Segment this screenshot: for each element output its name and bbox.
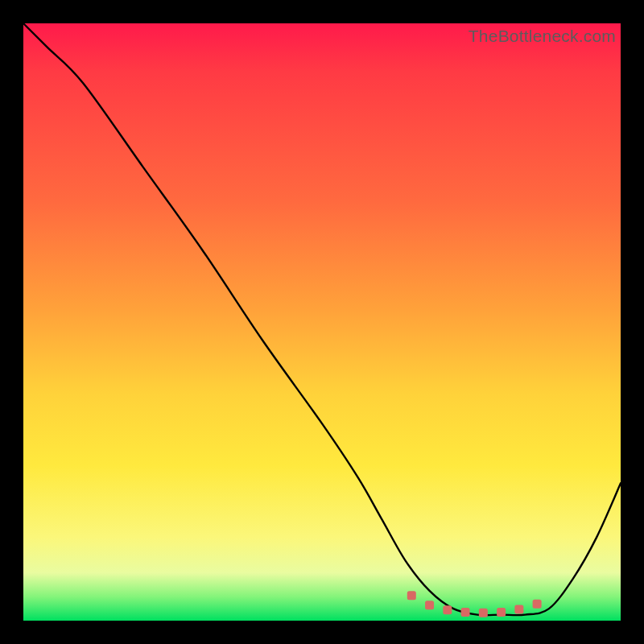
trough-marker bbox=[497, 608, 506, 617]
trough-marker bbox=[479, 609, 488, 617]
bottleneck-curve bbox=[23, 23, 621, 621]
trough-marker bbox=[461, 608, 470, 617]
trough-marker bbox=[407, 591, 416, 600]
trough-marker bbox=[425, 601, 434, 609]
chart-frame: TheBottleneck.com bbox=[23, 23, 621, 621]
watermark-text: TheBottleneck.com bbox=[469, 27, 616, 46]
curve-line bbox=[23, 23, 621, 615]
trough-marker bbox=[514, 605, 523, 613]
trough-marker bbox=[533, 600, 542, 609]
trough-marker bbox=[443, 605, 452, 614]
